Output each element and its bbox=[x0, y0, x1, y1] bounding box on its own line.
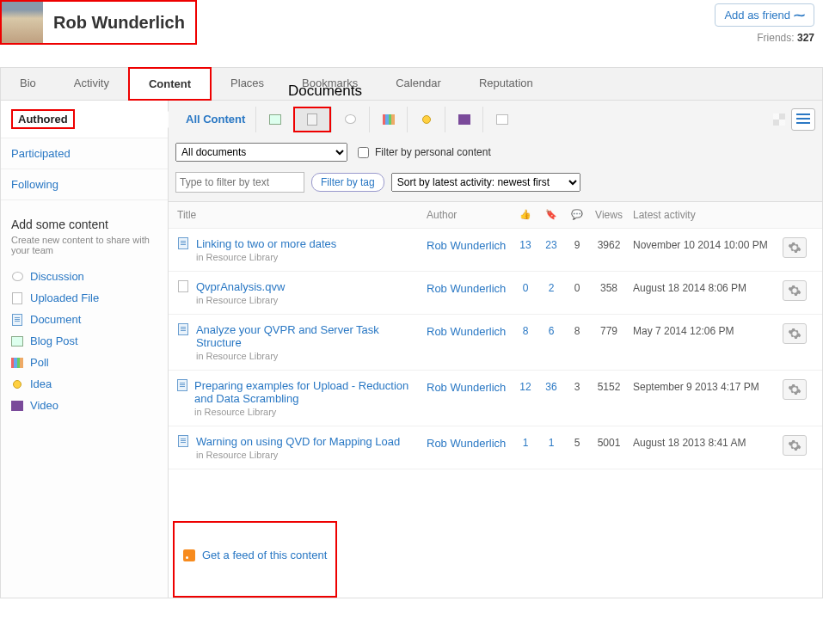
doc-type-icon bbox=[177, 379, 187, 391]
likes-count[interactable]: 12 bbox=[513, 379, 538, 393]
annotation-documents: Documents bbox=[288, 83, 362, 100]
doc-location: in Resource Library bbox=[196, 295, 285, 305]
filter-tab-idea-icon[interactable] bbox=[407, 107, 445, 132]
author-link[interactable]: Rob Wunderlich bbox=[427, 435, 513, 450]
bookmarks-count[interactable]: 36 bbox=[538, 379, 564, 393]
add-idea[interactable]: Idea bbox=[11, 373, 157, 395]
col-bookmarks-icon: 🔖 bbox=[538, 209, 564, 221]
doc-location: in Resource Library bbox=[196, 252, 336, 262]
filter-tab-image-icon[interactable] bbox=[255, 107, 293, 132]
tab-calendar[interactable]: Calendar bbox=[377, 68, 460, 100]
col-likes-icon: 👍 bbox=[513, 209, 538, 221]
col-views: Views bbox=[590, 209, 628, 221]
pulse-icon: ⁓ bbox=[794, 9, 805, 21]
filter-tab-poll-icon[interactable] bbox=[369, 107, 407, 132]
img-icon bbox=[11, 335, 23, 347]
latest-activity: August 18 2014 8:06 PM bbox=[628, 280, 783, 294]
row-actions-button[interactable] bbox=[783, 379, 807, 400]
row-actions-button[interactable] bbox=[783, 237, 807, 258]
filter-tab-discussion-icon[interactable] bbox=[331, 107, 369, 132]
doc-title-link[interactable]: QvprAnalysis.qvw bbox=[196, 280, 285, 293]
views-count: 5001 bbox=[590, 435, 628, 449]
tab-bio[interactable]: Bio bbox=[1, 68, 55, 100]
bookmarks-count[interactable]: 23 bbox=[538, 237, 564, 251]
likes-count[interactable]: 13 bbox=[513, 237, 538, 251]
replies-count: 3 bbox=[564, 379, 590, 393]
sidebar: AuthoredParticipatedFollowing Add some c… bbox=[1, 101, 169, 598]
gear-icon bbox=[788, 383, 802, 396]
author-link[interactable]: Rob Wunderlich bbox=[427, 237, 513, 252]
gear-icon bbox=[788, 284, 802, 297]
add-video[interactable]: Video bbox=[11, 395, 157, 416]
bubble-icon bbox=[11, 271, 23, 283]
likes-count[interactable]: 8 bbox=[513, 323, 538, 337]
replies-count: 0 bbox=[564, 280, 590, 294]
sidebar-tab-authored[interactable]: Authored bbox=[1, 101, 168, 138]
bookmarks-count[interactable]: 6 bbox=[538, 323, 564, 337]
personal-content-filter[interactable]: Filter by personal content bbox=[354, 144, 491, 161]
doc-type-icon bbox=[177, 323, 189, 335]
add-uploaded-file[interactable]: Uploaded File bbox=[11, 287, 157, 309]
profile-name: Rob Wunderlich bbox=[53, 13, 185, 33]
doc-title-link[interactable]: Warning on using QVD for Mapping Load bbox=[196, 435, 400, 448]
sidebar-tab-participated[interactable]: Participated bbox=[1, 138, 168, 169]
author-link[interactable]: Rob Wunderlich bbox=[427, 379, 513, 394]
latest-activity: May 7 2014 12:06 PM bbox=[628, 323, 783, 337]
file-icon bbox=[11, 292, 23, 304]
personal-content-checkbox[interactable] bbox=[358, 147, 369, 158]
likes-count[interactable]: 0 bbox=[513, 280, 538, 294]
add-discussion[interactable]: Discussion bbox=[11, 266, 157, 287]
add-blog-post[interactable]: Blog Post bbox=[11, 330, 157, 352]
view-list-button[interactable] bbox=[791, 108, 815, 131]
document-type-select[interactable]: All documents bbox=[175, 143, 347, 162]
author-link[interactable]: Rob Wunderlich bbox=[427, 323, 513, 338]
col-author: Author bbox=[427, 209, 513, 221]
filter-all-content[interactable]: All Content bbox=[175, 106, 255, 132]
replies-count: 5 bbox=[564, 435, 590, 449]
row-actions-button[interactable] bbox=[783, 323, 807, 344]
doc-type-icon bbox=[177, 435, 189, 447]
doc-title-link[interactable]: Preparing examples for Upload - Reductio… bbox=[194, 379, 427, 405]
bulb-icon bbox=[11, 378, 23, 390]
doc-type-icon bbox=[177, 280, 189, 292]
likes-count[interactable]: 1 bbox=[513, 435, 538, 449]
tab-content[interactable]: Content bbox=[128, 67, 212, 101]
replies-count: 8 bbox=[564, 323, 590, 337]
text-filter-input[interactable] bbox=[175, 172, 304, 193]
sort-select[interactable]: Sort by latest activity: newest first bbox=[391, 173, 580, 192]
add-friend-button[interactable]: Add as friend ⁓ bbox=[715, 3, 814, 27]
vid-icon bbox=[11, 400, 23, 412]
feed-link[interactable]: Get a feed of this content bbox=[202, 549, 327, 561]
doc-location: in Resource Library bbox=[194, 407, 427, 417]
doc-title-link[interactable]: Linking to two or more dates bbox=[196, 237, 336, 250]
rss-icon bbox=[183, 549, 195, 561]
bookmarks-count[interactable]: 2 bbox=[538, 280, 564, 294]
table-row: Preparing examples for Upload - Reductio… bbox=[169, 371, 822, 426]
add-content-sub: Create new content to share with your te… bbox=[11, 235, 157, 255]
row-actions-button[interactable] bbox=[783, 280, 807, 301]
add-poll[interactable]: Poll bbox=[11, 352, 157, 373]
profile-header: Rob Wunderlich bbox=[0, 0, 197, 45]
views-count: 358 bbox=[590, 280, 628, 294]
doc-title-link[interactable]: Analyze your QVPR and Server Task Struct… bbox=[196, 323, 427, 349]
col-title: Title bbox=[177, 209, 427, 221]
col-replies-icon: 💬 bbox=[564, 209, 590, 221]
filter-tab-calendar-icon[interactable] bbox=[482, 107, 520, 132]
tab-places[interactable]: Places bbox=[212, 68, 283, 100]
row-actions-button[interactable] bbox=[783, 435, 807, 456]
add-document[interactable]: Document bbox=[11, 309, 157, 330]
views-count: 5152 bbox=[590, 379, 628, 393]
views-count: 779 bbox=[590, 323, 628, 337]
tab-reputation[interactable]: Reputation bbox=[460, 68, 552, 100]
tab-activity[interactable]: Activity bbox=[55, 68, 128, 100]
feed-row: Get a feed of this content bbox=[173, 521, 337, 598]
avatar bbox=[2, 2, 43, 43]
author-link[interactable]: Rob Wunderlich bbox=[427, 280, 513, 295]
view-grid-button[interactable] bbox=[767, 108, 791, 131]
filter-tab-video-icon[interactable] bbox=[445, 107, 482, 132]
filter-by-tag-button[interactable]: Filter by tag bbox=[311, 173, 384, 192]
doc-location: in Resource Library bbox=[196, 450, 400, 460]
bookmarks-count[interactable]: 1 bbox=[538, 435, 564, 449]
filter-tab-document-icon[interactable] bbox=[293, 107, 331, 132]
sidebar-tab-following[interactable]: Following bbox=[1, 169, 168, 200]
